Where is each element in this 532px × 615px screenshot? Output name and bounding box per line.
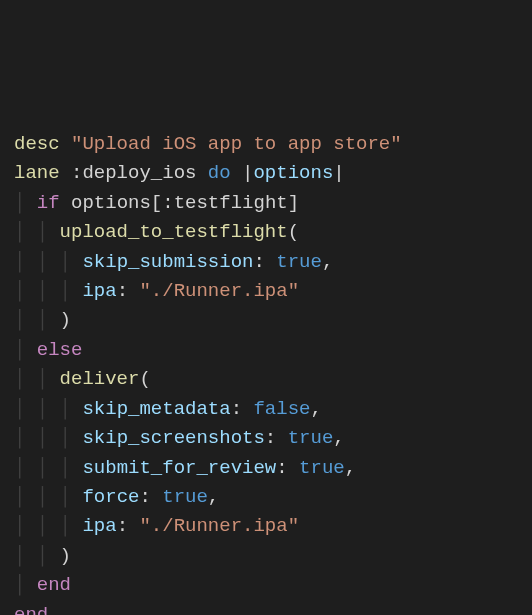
if-keyword: if <box>37 192 60 214</box>
lane-keyword: lane <box>14 162 60 184</box>
upload-method: upload_to_testflight <box>60 221 288 243</box>
else-keyword: else <box>37 339 83 361</box>
skip-metadata-key: skip_metadata <box>82 398 230 420</box>
testflight-key: :testflight <box>162 192 287 214</box>
ipa-key-1: ipa <box>82 280 116 302</box>
code-line-15: │ │ ) <box>14 542 518 571</box>
skip-submission-key: skip_submission <box>82 251 253 273</box>
code-line-5: │ │ │ skip_submission: true, <box>14 248 518 277</box>
options-param: options <box>253 162 333 184</box>
code-line-3: │ if options[:testflight] <box>14 189 518 218</box>
end-keyword-1: end <box>37 574 71 596</box>
code-line-12: │ │ │ submit_for_review: true, <box>14 454 518 483</box>
code-line-11: │ │ │ skip_screenshots: true, <box>14 424 518 453</box>
code-line-17: end <box>14 601 518 615</box>
code-line-16: │ end <box>14 571 518 600</box>
skip-screenshots-val: true <box>288 427 334 449</box>
code-line-7: │ │ ) <box>14 306 518 335</box>
skip-submission-val: true <box>276 251 322 273</box>
code-line-6: │ │ │ ipa: "./Runner.ipa" <box>14 277 518 306</box>
end-keyword-2: end <box>14 604 48 615</box>
do-keyword: do <box>208 162 231 184</box>
desc-string: "Upload iOS app to app store" <box>71 133 402 155</box>
submit-review-key: submit_for_review <box>82 457 276 479</box>
code-block: desc "Upload iOS app to app store"lane :… <box>14 130 518 615</box>
lane-symbol: :deploy_ios <box>71 162 196 184</box>
code-line-8: │ else <box>14 336 518 365</box>
code-line-1: desc "Upload iOS app to app store" <box>14 130 518 159</box>
options-var: options <box>71 192 151 214</box>
force-key: force <box>82 486 139 508</box>
deliver-method: deliver <box>60 368 140 390</box>
skip-screenshots-key: skip_screenshots <box>82 427 264 449</box>
code-line-13: │ │ │ force: true, <box>14 483 518 512</box>
desc-keyword: desc <box>14 133 60 155</box>
ipa-val-1: "./Runner.ipa" <box>139 280 299 302</box>
code-line-14: │ │ │ ipa: "./Runner.ipa" <box>14 512 518 541</box>
code-line-9: │ │ deliver( <box>14 365 518 394</box>
force-val: true <box>162 486 208 508</box>
ipa-key-2: ipa <box>82 515 116 537</box>
code-line-10: │ │ │ skip_metadata: false, <box>14 395 518 424</box>
skip-metadata-val: false <box>253 398 310 420</box>
code-line-2: lane :deploy_ios do |options| <box>14 159 518 188</box>
ipa-val-2: "./Runner.ipa" <box>139 515 299 537</box>
submit-review-val: true <box>299 457 345 479</box>
code-line-4: │ │ upload_to_testflight( <box>14 218 518 247</box>
